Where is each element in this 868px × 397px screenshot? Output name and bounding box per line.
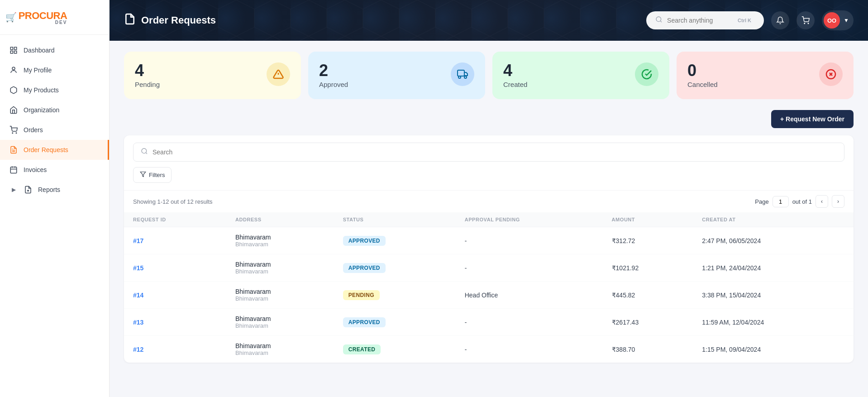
address-main: Bhimavaram	[235, 288, 325, 295]
stat-card-cancelled[interactable]: 0 Cancelled	[677, 52, 854, 99]
col-address: ADDRESS	[226, 212, 334, 227]
sidebar-label-invoices: Invoices	[24, 166, 47, 173]
amount-cell: ₹2617.43	[603, 309, 693, 336]
global-search-input[interactable]	[667, 17, 730, 24]
stats-row: 4 Pending 2 Approved 4 Cre	[124, 52, 854, 99]
next-page-button[interactable]: ›	[832, 195, 844, 208]
sidebar-item-reports[interactable]: ▶ Reports	[0, 180, 109, 200]
sidebar-label-organization: Organization	[24, 106, 59, 114]
request-id-link[interactable]: #15	[133, 264, 143, 272]
created-icon-wrap	[635, 62, 658, 86]
table-row[interactable]: #17 Bhimavaram Bhimavaram APPROVED - ₹31…	[124, 227, 854, 254]
request-id-link[interactable]: #12	[133, 346, 143, 353]
sidebar: 🛒 PROCURA DEV Dashboard My Profile My Pr…	[0, 0, 110, 397]
content-area: 4 Pending 2 Approved 4 Cre	[110, 41, 868, 397]
col-created-at: CREATED AT	[693, 212, 854, 227]
page-number-input[interactable]	[773, 196, 789, 207]
stat-card-approved[interactable]: 2 Approved	[308, 52, 485, 99]
table-panel: Filters Showing 1-12 out of 12 results P…	[124, 135, 854, 363]
stat-number-cancelled: 0	[687, 62, 718, 79]
stat-card-created[interactable]: 4 Created	[492, 52, 669, 99]
svg-rect-3	[14, 51, 17, 53]
global-search-bar[interactable]: Ctrl K	[646, 11, 764, 29]
status-badge: PENDING	[343, 290, 380, 300]
request-id-link[interactable]: #17	[133, 237, 143, 244]
status-badge: CREATED	[343, 344, 381, 354]
request-id-link[interactable]: #13	[133, 319, 143, 326]
notifications-button[interactable]	[771, 11, 789, 29]
reports-icon	[24, 185, 33, 194]
avatar: OO	[824, 12, 840, 29]
stat-number-created: 4	[503, 62, 527, 79]
table-row[interactable]: #13 Bhimavaram Bhimavaram APPROVED - ₹26…	[124, 309, 854, 336]
sidebar-item-my-products[interactable]: My Products	[0, 80, 109, 100]
table-header-row: REQUEST ID ADDRESS STATUS APPROVAL PENDI…	[124, 212, 854, 227]
reports-chevron-icon: ▶	[9, 185, 18, 194]
stat-label-created: Created	[503, 81, 527, 88]
stat-info-pending: 4 Pending	[135, 62, 160, 88]
sidebar-item-dashboard[interactable]: Dashboard	[0, 40, 109, 60]
stat-card-pending[interactable]: 4 Pending	[124, 52, 301, 99]
amount-cell: ₹445.82	[603, 282, 693, 309]
stat-info-cancelled: 0 Cancelled	[687, 62, 718, 88]
sidebar-nav: Dashboard My Profile My Products Organiz…	[0, 35, 109, 397]
sidebar-label-dashboard: Dashboard	[24, 47, 55, 54]
address-sub: Bhimavaram	[235, 268, 325, 275]
col-request-id: REQUEST ID	[124, 212, 226, 227]
search-icon	[655, 16, 663, 25]
page-title: Order Requests	[141, 14, 216, 26]
col-status: STATUS	[334, 212, 456, 227]
address-main: Bhimavaram	[235, 342, 325, 349]
table-search-field[interactable]	[133, 143, 844, 162]
order-requests-icon	[9, 145, 18, 154]
svg-point-15	[656, 17, 661, 22]
created-at-cell: 1:15 PM, 09/04/2024	[693, 336, 854, 363]
svg-point-27	[142, 148, 147, 153]
svg-line-16	[660, 21, 662, 22]
status-badge: APPROVED	[343, 263, 386, 273]
user-menu-chevron-icon: ▼	[844, 17, 849, 24]
sidebar-label-order-requests: Order Requests	[24, 146, 68, 153]
approval-pending-cell: -	[456, 309, 603, 336]
search-shortcut: Ctrl K	[735, 17, 754, 24]
filters-button[interactable]: Filters	[133, 167, 172, 183]
created-at-cell: 3:38 PM, 15/04/2024	[693, 282, 854, 309]
sidebar-label-my-profile: My Profile	[24, 67, 52, 74]
stat-label-approved: Approved	[319, 81, 348, 88]
address-sub: Bhimavaram	[235, 241, 325, 248]
stat-number-pending: 4	[135, 62, 160, 79]
table-search-input[interactable]	[153, 148, 837, 156]
invoices-icon	[9, 165, 18, 174]
cart-button[interactable]	[796, 11, 815, 29]
svg-rect-0	[10, 47, 13, 49]
sidebar-item-order-requests[interactable]: Order Requests	[0, 140, 109, 160]
sidebar-item-orders[interactable]: Orders	[0, 120, 109, 140]
sidebar-item-my-profile[interactable]: My Profile	[0, 60, 109, 80]
svg-point-18	[808, 23, 809, 24]
sidebar-label-reports: Reports	[38, 186, 60, 193]
table-row[interactable]: #12 Bhimavaram Bhimavaram CREATED - ₹388…	[124, 336, 854, 363]
user-menu-button[interactable]: OO ▼	[822, 10, 854, 30]
request-id-link[interactable]: #14	[133, 292, 143, 299]
my-profile-icon	[9, 66, 18, 75]
pagination: Page out of 1 ‹ ›	[755, 195, 844, 208]
header-left: Order Requests	[124, 13, 216, 28]
svg-point-6	[16, 133, 17, 134]
page-label: Page	[755, 198, 768, 205]
request-new-order-button[interactable]: + Request New Order	[771, 110, 854, 128]
col-approval-pending: APPROVAL PENDING	[456, 212, 603, 227]
svg-point-22	[458, 76, 461, 78]
sidebar-item-invoices[interactable]: Invoices	[0, 160, 109, 180]
svg-rect-21	[458, 70, 464, 76]
table-row[interactable]: #15 Bhimavaram Bhimavaram APPROVED - ₹10…	[124, 254, 854, 282]
status-badge: APPROVED	[343, 317, 386, 327]
svg-point-5	[12, 133, 13, 134]
created-at-cell: 11:59 AM, 12/04/2024	[693, 309, 854, 336]
amount-cell: ₹312.72	[603, 227, 693, 254]
stat-info-approved: 2 Approved	[319, 62, 348, 88]
sidebar-item-organization[interactable]: Organization	[0, 100, 109, 120]
stat-info-created: 4 Created	[503, 62, 527, 88]
table-row[interactable]: #14 Bhimavaram Bhimavaram PENDING Head O…	[124, 282, 854, 309]
stat-number-approved: 2	[319, 62, 348, 79]
prev-page-button[interactable]: ‹	[816, 195, 828, 208]
